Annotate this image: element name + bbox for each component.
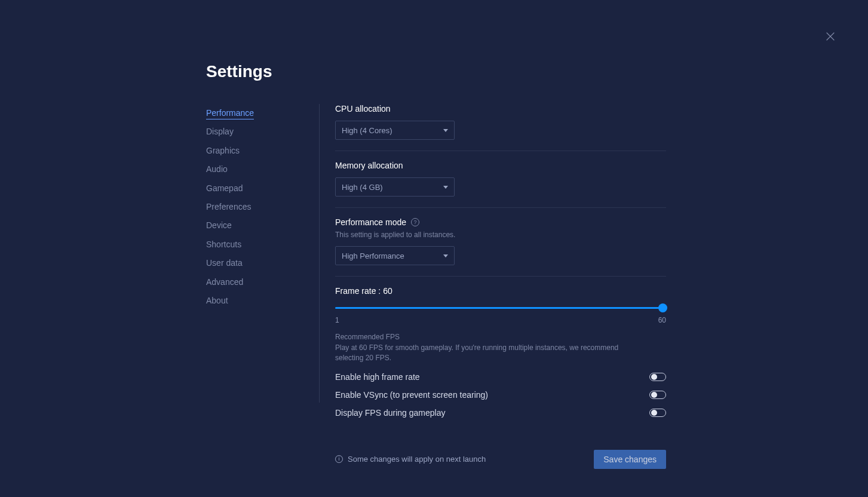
performance-mode-label-text: Performance mode	[335, 217, 406, 227]
enable-vsync-label: Enable VSync (to prevent screen tearing)	[335, 390, 488, 400]
performance-mode-value: High Performance	[342, 251, 404, 260]
settings-panel: Settings PerformanceDisplayGraphicsAudio…	[206, 62, 666, 469]
enable-vsync-row: Enable VSync (to prevent screen tearing)	[335, 390, 666, 400]
enable-high-frame-rate-row: Enable high frame rate	[335, 372, 666, 382]
sidebar-item-label: User data	[206, 258, 243, 268]
sidebar-item-shortcuts[interactable]: Shortcuts	[206, 235, 307, 254]
cpu-allocation-select[interactable]: High (4 Cores)	[335, 121, 455, 140]
save-changes-button[interactable]: Save changes	[594, 450, 666, 469]
sidebar-item-graphics[interactable]: Graphics	[206, 142, 307, 160]
sidebar-item-device[interactable]: Device	[206, 216, 307, 235]
sidebar-item-user-data[interactable]: User data	[206, 254, 307, 272]
enable-high-frame-rate-label: Enable high frame rate	[335, 372, 420, 382]
memory-allocation-label: Memory allocation	[335, 161, 666, 170]
cpu-allocation-value: High (4 Cores)	[342, 126, 392, 135]
sidebar-item-display[interactable]: Display	[206, 122, 307, 141]
display-fps-label: Display FPS during gameplay	[335, 408, 445, 418]
chevron-down-icon	[443, 254, 448, 257]
page-title: Settings	[206, 62, 666, 81]
frame-rate-section: Frame rate : 60 1 60 Recommended FPS Pla…	[335, 286, 666, 428]
footer-note: i Some changes will apply on next launch	[335, 455, 486, 464]
performance-mode-section: Performance mode ? This setting is appli…	[335, 217, 666, 277]
sidebar-item-label: Display	[206, 127, 234, 136]
toggle-knob	[651, 392, 657, 398]
recommended-fps-body: Play at 60 FPS for smooth gameplay. If y…	[335, 343, 646, 364]
sidebar-item-label: Advanced	[206, 277, 243, 287]
performance-mode-sub: This setting is applied to all instances…	[335, 231, 666, 239]
info-icon: i	[335, 455, 343, 463]
sidebar-item-about[interactable]: About	[206, 292, 307, 310]
sidebar-item-label: About	[206, 296, 228, 305]
sidebar-item-label: Device	[206, 220, 232, 230]
settings-footer: i Some changes will apply on next launch…	[335, 450, 666, 469]
settings-content: CPU allocation High (4 Cores) Memory all…	[320, 104, 666, 469]
sidebar-item-label: Gamepad	[206, 183, 243, 193]
frame-rate-slider[interactable]	[335, 302, 666, 315]
slider-thumb[interactable]	[658, 303, 667, 312]
footer-note-text: Some changes will apply on next launch	[348, 455, 486, 464]
sidebar-item-label: Performance	[206, 108, 254, 119]
settings-sidebar: PerformanceDisplayGraphicsAudioGamepadPr…	[206, 104, 320, 403]
enable-vsync-toggle[interactable]	[649, 391, 666, 399]
toggle-knob	[651, 410, 657, 416]
sidebar-item-label: Preferences	[206, 202, 251, 211]
cpu-allocation-label: CPU allocation	[335, 104, 666, 113]
performance-mode-label: Performance mode ?	[335, 217, 666, 227]
toggle-knob	[651, 374, 657, 380]
help-icon[interactable]: ?	[411, 218, 419, 226]
memory-allocation-value: High (4 GB)	[342, 183, 383, 192]
cpu-allocation-section: CPU allocation High (4 Cores)	[335, 104, 666, 151]
display-fps-toggle[interactable]	[649, 409, 666, 417]
sidebar-item-preferences[interactable]: Preferences	[206, 198, 307, 216]
slider-track	[335, 307, 666, 309]
sidebar-item-label: Graphics	[206, 146, 240, 155]
display-fps-row: Display FPS during gameplay	[335, 408, 666, 418]
chevron-down-icon	[443, 129, 448, 132]
slider-max: 60	[658, 316, 666, 324]
sidebar-item-label: Shortcuts	[206, 240, 241, 249]
sidebar-item-label: Audio	[206, 164, 228, 174]
enable-high-frame-rate-toggle[interactable]	[649, 373, 666, 381]
frame-rate-label: Frame rate : 60	[335, 286, 666, 296]
sidebar-item-gamepad[interactable]: Gamepad	[206, 179, 307, 198]
sidebar-item-audio[interactable]: Audio	[206, 160, 307, 179]
slider-min: 1	[335, 316, 339, 324]
sidebar-item-performance[interactable]: Performance	[206, 104, 307, 122]
performance-mode-select[interactable]: High Performance	[335, 246, 455, 265]
memory-allocation-select[interactable]: High (4 GB)	[335, 177, 455, 197]
chevron-down-icon	[443, 186, 448, 189]
close-button[interactable]	[825, 31, 836, 42]
slider-range: 1 60	[335, 316, 666, 324]
sidebar-item-advanced[interactable]: Advanced	[206, 273, 307, 292]
memory-allocation-section: Memory allocation High (4 GB)	[335, 161, 666, 208]
recommended-fps-title: Recommended FPS	[335, 333, 666, 341]
